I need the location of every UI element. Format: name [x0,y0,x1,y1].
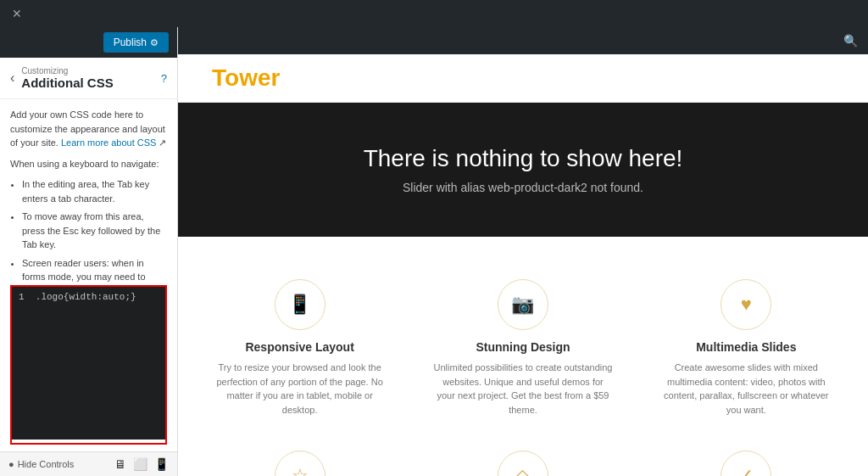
keyboard-nav-list: In the editing area, the Tab key enters … [10,177,167,285]
feature-desc: Unlimited possibilities to create outsta… [432,361,613,417]
feature-icon: ✓ [721,451,771,476]
customizer-header-top: ‹ Customizing Additional CSS ? [10,66,167,90]
feature-item: 📷 Stunning Design Unlimited possibilitie… [424,271,621,425]
customizer-description: Add your own CSS code here to customize … [10,108,167,150]
customizer-header: ‹ Customizing Additional CSS ? [0,58,177,99]
keyboard-tip-1: In the editing area, the Tab key enters … [22,177,167,205]
gear-icon: ⚙ [150,37,159,48]
keyboard-tip-2: To move away from this area, press the E… [22,210,167,252]
feature-icon: ♥ [721,279,771,330]
close-admin-icon[interactable]: ✕ [7,3,27,24]
hide-controls-button[interactable]: ● Hide Controls [8,459,74,469]
publish-label: Publish [114,36,147,48]
feature-desc: Create awesome slides with mixed multime… [656,361,837,417]
admin-bar-left: ✕ [7,3,27,24]
feature-title: Stunning Design [432,340,613,354]
css-editor-container: 1 .logo{width:auto;} [10,285,167,445]
hero-title: There is nothing to show here! [212,145,834,172]
feature-item: ◇ One Page With Tower you can create eas… [424,442,621,476]
customizer-content: Add your own CSS code here to customize … [0,99,177,285]
website-preview: Tower There is nothing to show here! Sli… [178,54,868,476]
customizer-section-title: Additional CSS [21,76,160,90]
features-grid: 📱 Responsive Layout Try to resize your b… [201,271,845,476]
tablet-icon[interactable]: ⬜ [133,457,147,471]
feature-item: ✓ Translations Translate and make your w… [648,442,845,476]
features-section: 📱 Responsive Layout Try to resize your b… [178,237,868,476]
site-header: Tower [178,54,868,103]
keyboard-tip-3: Screen reader users: when in forms mode,… [22,256,167,286]
feature-item: ☆ Live Customizer Easy change colors and… [201,442,398,476]
publish-button[interactable]: Publish ⚙ [103,32,169,53]
help-icon[interactable]: ? [161,72,167,85]
customizer-sidebar: Publish ⚙ ‹ Customizing Additional CSS ?… [0,27,178,476]
learn-more-link[interactable]: Learn more about CSS [61,137,157,148]
feature-title: Responsive Layout [209,340,390,354]
eye-icon: ● [8,459,14,469]
mobile-icon[interactable]: 📱 [154,457,169,471]
feature-icon: ◇ [498,451,548,476]
feature-icon: 📷 [498,279,548,330]
search-icon[interactable]: 🔍 [843,34,858,48]
keyboard-nav-title: When using a keyboard to navigate: [10,157,167,171]
admin-bar: ✕ [0,0,868,27]
feature-icon: ☆ [275,451,326,476]
hide-controls-label: Hide Controls [18,459,75,469]
css-editor-input[interactable]: 1 .logo{width:auto;} [12,287,165,440]
desktop-icon[interactable]: 🖥 [114,457,126,471]
logo-t: T [212,64,225,91]
logo-rest: ower [225,64,280,91]
preview-nav: 🔍 [178,27,868,54]
feature-item: ♥ Multimedia Slides Create awesome slide… [648,271,845,425]
feature-item: 📱 Responsive Layout Try to resize your b… [201,271,398,425]
hero-section: There is nothing to show here! Slider wi… [178,103,868,237]
feature-icon: 📱 [275,279,326,330]
device-icons: 🖥 ⬜ 📱 [114,457,169,471]
customizer-title-group: Customizing Additional CSS [14,66,160,90]
customizer-section-label: Customizing [21,66,160,76]
feature-desc: Try to resize your browsed and look the … [209,361,390,417]
publish-bar: Publish ⚙ [0,27,177,58]
hero-subtitle: Slider with alias web-product-dark2 not … [212,181,834,194]
customizer-bottom: ● Hide Controls 🖥 ⬜ 📱 [0,451,177,476]
preview-area: 🔍 Tower There is nothing to show here! S… [178,27,868,476]
site-logo: Tower [212,64,280,92]
feature-title: Multimedia Slides [656,340,837,354]
main-layout: Publish ⚙ ‹ Customizing Additional CSS ?… [0,27,868,476]
